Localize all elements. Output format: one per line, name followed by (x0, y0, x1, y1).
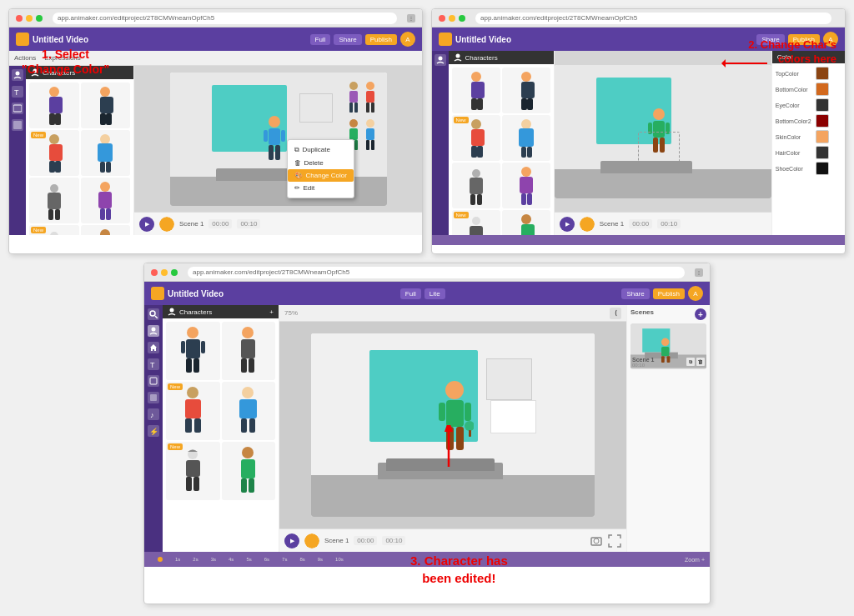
panel-header-2: Characters (449, 51, 554, 64)
char-item-2[interactable] (81, 83, 131, 128)
sidebar-char-3[interactable] (148, 325, 159, 337)
sidebar-search-3[interactable] (148, 308, 159, 320)
color-row-0: TopColor (776, 67, 841, 80)
sidebar-bg-icon[interactable] (12, 119, 23, 131)
svg-rect-124 (185, 399, 201, 418)
char-item-6[interactable] (81, 178, 131, 223)
char-item-3-3[interactable] (166, 382, 220, 440)
svg-rect-20 (106, 162, 111, 173)
characters-grid-1 (26, 79, 133, 235)
sidebar-home-3[interactable] (148, 342, 159, 353)
context-menu-duplicate[interactable]: ⧉Duplicate (288, 143, 354, 157)
char-item-3-6[interactable] (222, 442, 276, 500)
sidebar-icon-char-2[interactable] (435, 54, 446, 66)
browser-url-2: app.animaker.com/editproject/2T8CMWneamO… (475, 13, 831, 24)
share-btn-3[interactable]: Share (621, 288, 649, 299)
char-item-3[interactable] (29, 130, 79, 176)
browser-chrome-2: app.animaker.com/editproject/2T8CMWneamO… (432, 9, 845, 28)
context-menu-delete[interactable]: 🗑Delete (288, 157, 354, 169)
sidebar-trans-3[interactable]: ⚡ (148, 425, 159, 437)
context-menu-edit[interactable]: ✏Edit (288, 182, 354, 194)
svg-rect-84 (521, 193, 526, 205)
lite-btn-3[interactable]: Lite (424, 288, 445, 299)
play-button-3[interactable] (284, 533, 299, 548)
color-swatch-2[interactable] (816, 98, 829, 112)
panel-plus-3[interactable]: + (269, 308, 274, 316)
char-item-1[interactable] (29, 83, 79, 128)
char-item-8[interactable] (81, 225, 131, 235)
play-button-1[interactable] (139, 217, 154, 232)
scene-thumb-3[interactable]: Scene 1 00:10 ⧉ 🗑 (630, 323, 706, 369)
char-item-3-4[interactable] (222, 382, 276, 440)
sidebar-icons-2 (432, 51, 449, 235)
char-item-3-5[interactable] (166, 442, 220, 500)
full-btn-3[interactable]: Full (400, 288, 421, 299)
play-button-2[interactable] (560, 217, 575, 232)
canvas-character-1[interactable] (262, 115, 287, 173)
share-button-1[interactable]: Share (334, 34, 361, 45)
color-swatch-3[interactable] (816, 114, 829, 128)
app-logo-3 (151, 287, 164, 300)
publish-btn-3[interactable]: Publish (653, 288, 685, 299)
zoom-control-3[interactable]: Zoom + (685, 557, 705, 563)
sidebar-text-3[interactable]: T (148, 358, 159, 370)
url-text-1: app.animaker.com/editproject/2T8CMWneamO… (58, 14, 214, 22)
svg-rect-54 (371, 140, 374, 150)
scene-time-3: 00:10 (632, 363, 654, 368)
sidebar-music-3[interactable]: ♪ (148, 408, 159, 420)
sidebar-text-icon[interactable]: T (12, 86, 23, 98)
full-button-1[interactable]: Full (310, 34, 331, 45)
char-item-2-4[interactable] (502, 115, 550, 161)
app-body-2: Characters (432, 51, 845, 235)
char-item-3-2[interactable] (222, 322, 276, 380)
timeline-3: Scene 1 00:00 00:10 (279, 528, 626, 552)
scenes-add-btn-3[interactable]: + (695, 308, 706, 320)
context-menu-1[interactable]: ⧉Duplicate 🗑Delete 🎨Change Color (287, 139, 354, 198)
color-row-4: SkinColor (776, 130, 841, 143)
expand-icon-3[interactable] (608, 534, 621, 548)
canvas-main-2 (555, 51, 771, 212)
char-item-2-6[interactable] (502, 163, 550, 208)
char-item-5[interactable] (29, 178, 79, 223)
svg-point-119 (242, 327, 254, 338)
char-item-4[interactable] (81, 130, 131, 176)
sidebar-props-3[interactable] (148, 375, 159, 387)
color-swatch-4[interactable] (816, 130, 829, 143)
scene-window-1 (299, 93, 333, 123)
scene-delete-icon-3[interactable]: 🗑 (696, 358, 705, 366)
context-menu-change-color[interactable]: 🎨Change Color (288, 169, 354, 182)
canvas-main-1: ⧉Duplicate 🗑Delete 🎨Change Color (134, 66, 422, 212)
svg-rect-65 (477, 98, 483, 110)
sidebar-bg-3[interactable] (148, 392, 159, 403)
char-item-7[interactable] (29, 225, 79, 235)
color-swatch-1[interactable] (816, 83, 829, 96)
color-swatch-6[interactable] (816, 162, 829, 175)
svg-rect-8 (55, 113, 61, 125)
char-item-2-3[interactable] (452, 115, 500, 161)
tool-btn-3[interactable]: ⟨ (610, 308, 621, 319)
sidebar-image-icon[interactable] (12, 103, 23, 114)
char-item-2-2[interactable] (502, 68, 550, 113)
char-item-3-1[interactable] (166, 322, 220, 380)
time-end-1: 00:10 (237, 219, 260, 228)
color-swatch-5[interactable] (816, 146, 829, 159)
svg-rect-67 (521, 82, 535, 98)
color-row-2: EyeColor (776, 98, 841, 112)
scene-copy-icon-3[interactable]: ⧉ (686, 358, 695, 366)
char-item-2-5[interactable] (452, 163, 500, 208)
char-item-2-1[interactable] (452, 68, 500, 113)
color-row-6: ShoeColor (776, 162, 841, 175)
publish-button-1[interactable]: Publish (365, 34, 397, 45)
color-label-1: BottomColor (776, 87, 813, 93)
svg-rect-133 (186, 477, 192, 491)
char-item-2-7[interactable] (452, 210, 500, 235)
color-label-0: TopColor (776, 71, 813, 77)
char-item-2-8[interactable] (502, 210, 550, 235)
svg-rect-144 (465, 403, 471, 421)
user-avatar-3: A (688, 286, 703, 301)
color-swatch-0[interactable] (816, 67, 829, 80)
url-text-3: app.animaker.com/editproject/2T8CMWneamO… (193, 268, 349, 276)
app-body-3: T ♪ ⚡ (144, 305, 710, 552)
characters-panel-3: Characters + (163, 305, 279, 552)
svg-rect-77 (527, 147, 532, 158)
